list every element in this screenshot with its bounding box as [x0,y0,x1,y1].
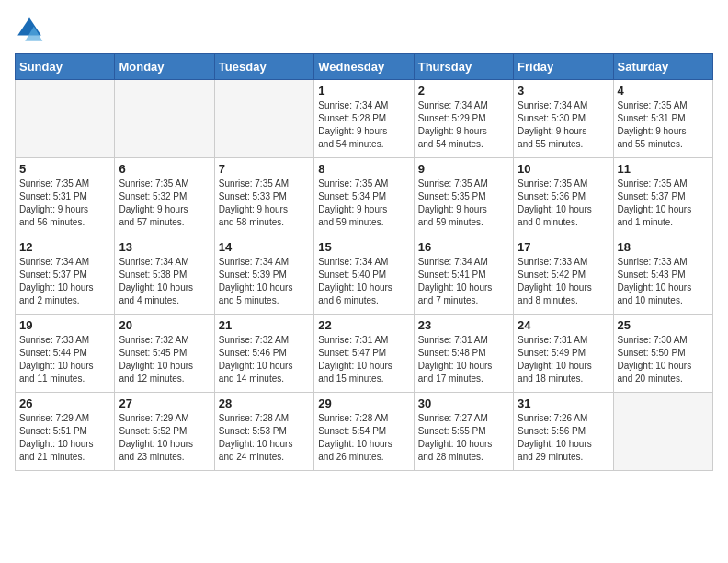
day-cell: 25Sunrise: 7:30 AM Sunset: 5:50 PM Dayli… [613,315,712,393]
day-cell: 5Sunrise: 7:35 AM Sunset: 5:31 PM Daylig… [16,158,115,236]
day-info: Sunrise: 7:35 AM Sunset: 5:35 PM Dayligh… [418,178,509,229]
day-cell: 6Sunrise: 7:35 AM Sunset: 5:32 PM Daylig… [115,158,214,236]
day-number: 28 [219,396,310,410]
header-cell-sunday: Sunday [16,54,115,80]
day-info: Sunrise: 7:29 AM Sunset: 5:51 PM Dayligh… [19,412,110,464]
day-cell: 13Sunrise: 7:34 AM Sunset: 5:38 PM Dayli… [115,236,214,315]
day-number: 8 [318,162,409,176]
day-cell: 31Sunrise: 7:26 AM Sunset: 5:56 PM Dayli… [514,393,613,471]
day-info: Sunrise: 7:31 AM Sunset: 5:49 PM Dayligh… [518,334,609,385]
day-number: 30 [418,396,509,410]
day-number: 18 [618,240,709,254]
day-cell: 19Sunrise: 7:33 AM Sunset: 5:44 PM Dayli… [16,315,115,393]
day-cell: 29Sunrise: 7:28 AM Sunset: 5:54 PM Dayli… [314,393,414,471]
day-info: Sunrise: 7:28 AM Sunset: 5:54 PM Dayligh… [318,412,409,464]
day-cell: 28Sunrise: 7:28 AM Sunset: 5:53 PM Dayli… [214,393,313,471]
day-number: 14 [219,240,310,254]
day-number: 23 [418,318,509,332]
day-number: 31 [518,396,609,410]
header-cell-monday: Monday [115,54,214,80]
day-info: Sunrise: 7:29 AM Sunset: 5:52 PM Dayligh… [119,412,210,464]
day-number: 25 [618,318,709,332]
day-cell: 20Sunrise: 7:32 AM Sunset: 5:45 PM Dayli… [115,315,214,393]
header-cell-wednesday: Wednesday [314,54,414,80]
day-number: 2 [418,84,509,98]
day-info: Sunrise: 7:30 AM Sunset: 5:50 PM Dayligh… [618,334,709,385]
day-number: 29 [318,396,409,410]
day-info: Sunrise: 7:26 AM Sunset: 5:56 PM Dayligh… [518,412,609,464]
day-info: Sunrise: 7:34 AM Sunset: 5:39 PM Dayligh… [219,256,310,307]
day-info: Sunrise: 7:31 AM Sunset: 5:48 PM Dayligh… [418,334,509,385]
day-number: 12 [19,240,110,254]
day-cell: 1Sunrise: 7:34 AM Sunset: 5:28 PM Daylig… [314,80,414,158]
day-info: Sunrise: 7:35 AM Sunset: 5:31 PM Dayligh… [19,178,110,229]
day-cell: 4Sunrise: 7:35 AM Sunset: 5:31 PM Daylig… [613,80,712,158]
day-info: Sunrise: 7:34 AM Sunset: 5:28 PM Dayligh… [318,99,409,151]
day-cell [214,80,313,158]
day-number: 21 [219,318,310,332]
day-cell: 15Sunrise: 7:34 AM Sunset: 5:40 PM Dayli… [314,236,414,315]
day-cell: 3Sunrise: 7:34 AM Sunset: 5:30 PM Daylig… [514,80,613,158]
week-row-3: 19Sunrise: 7:33 AM Sunset: 5:44 PM Dayli… [16,315,713,393]
day-number: 22 [318,318,409,332]
week-row-0: 1Sunrise: 7:34 AM Sunset: 5:28 PM Daylig… [16,80,713,158]
page-header [15,15,713,44]
day-number: 5 [19,162,110,176]
day-cell: 22Sunrise: 7:31 AM Sunset: 5:47 PM Dayli… [314,315,414,393]
day-cell: 18Sunrise: 7:33 AM Sunset: 5:43 PM Dayli… [613,236,712,315]
day-info: Sunrise: 7:33 AM Sunset: 5:43 PM Dayligh… [618,256,709,307]
svg-marker-0 [17,17,41,35]
day-cell: 8Sunrise: 7:35 AM Sunset: 5:34 PM Daylig… [314,158,414,236]
day-info: Sunrise: 7:34 AM Sunset: 5:37 PM Dayligh… [19,256,110,307]
day-number: 24 [518,318,609,332]
week-row-4: 26Sunrise: 7:29 AM Sunset: 5:51 PM Dayli… [16,393,713,471]
day-number: 11 [618,162,709,176]
day-info: Sunrise: 7:34 AM Sunset: 5:30 PM Dayligh… [518,99,609,151]
day-info: Sunrise: 7:33 AM Sunset: 5:44 PM Dayligh… [19,334,110,385]
day-cell: 21Sunrise: 7:32 AM Sunset: 5:46 PM Dayli… [214,315,313,393]
day-number: 6 [119,162,210,176]
day-number: 15 [318,240,409,254]
day-number: 13 [119,240,210,254]
header-cell-tuesday: Tuesday [214,54,313,80]
day-number: 3 [518,84,609,98]
day-cell: 14Sunrise: 7:34 AM Sunset: 5:39 PM Dayli… [214,236,313,315]
logo [15,15,48,44]
calendar-table: SundayMondayTuesdayWednesdayThursdayFrid… [15,53,713,471]
day-info: Sunrise: 7:35 AM Sunset: 5:32 PM Dayligh… [119,178,210,229]
week-row-1: 5Sunrise: 7:35 AM Sunset: 5:31 PM Daylig… [16,158,713,236]
day-number: 27 [119,396,210,410]
day-cell: 30Sunrise: 7:27 AM Sunset: 5:55 PM Dayli… [414,393,513,471]
day-info: Sunrise: 7:31 AM Sunset: 5:47 PM Dayligh… [318,334,409,385]
week-row-2: 12Sunrise: 7:34 AM Sunset: 5:37 PM Dayli… [16,236,713,315]
day-number: 20 [119,318,210,332]
header-row: SundayMondayTuesdayWednesdayThursdayFrid… [16,54,713,80]
day-number: 9 [418,162,509,176]
day-number: 7 [219,162,310,176]
day-number: 4 [618,84,709,98]
day-cell: 12Sunrise: 7:34 AM Sunset: 5:37 PM Dayli… [16,236,115,315]
day-info: Sunrise: 7:35 AM Sunset: 5:34 PM Dayligh… [318,178,409,229]
day-info: Sunrise: 7:33 AM Sunset: 5:42 PM Dayligh… [518,256,609,307]
day-info: Sunrise: 7:34 AM Sunset: 5:41 PM Dayligh… [418,256,509,307]
day-cell: 27Sunrise: 7:29 AM Sunset: 5:52 PM Dayli… [115,393,214,471]
day-cell: 7Sunrise: 7:35 AM Sunset: 5:33 PM Daylig… [214,158,313,236]
day-cell: 2Sunrise: 7:34 AM Sunset: 5:29 PM Daylig… [414,80,513,158]
calendar-body: 1Sunrise: 7:34 AM Sunset: 5:28 PM Daylig… [16,80,713,471]
day-number: 16 [418,240,509,254]
day-number: 1 [318,84,409,98]
day-cell: 24Sunrise: 7:31 AM Sunset: 5:49 PM Dayli… [514,315,613,393]
day-info: Sunrise: 7:35 AM Sunset: 5:37 PM Dayligh… [618,178,709,229]
header-cell-friday: Friday [514,54,613,80]
day-cell: 11Sunrise: 7:35 AM Sunset: 5:37 PM Dayli… [613,158,712,236]
day-number: 26 [19,396,110,410]
day-cell: 16Sunrise: 7:34 AM Sunset: 5:41 PM Dayli… [414,236,513,315]
day-number: 17 [518,240,609,254]
day-info: Sunrise: 7:32 AM Sunset: 5:45 PM Dayligh… [119,334,210,385]
day-number: 10 [518,162,609,176]
day-cell [613,393,712,471]
day-number: 19 [19,318,110,332]
day-info: Sunrise: 7:35 AM Sunset: 5:36 PM Dayligh… [518,178,609,229]
calendar-header: SundayMondayTuesdayWednesdayThursdayFrid… [16,54,713,80]
day-cell: 23Sunrise: 7:31 AM Sunset: 5:48 PM Dayli… [414,315,513,393]
